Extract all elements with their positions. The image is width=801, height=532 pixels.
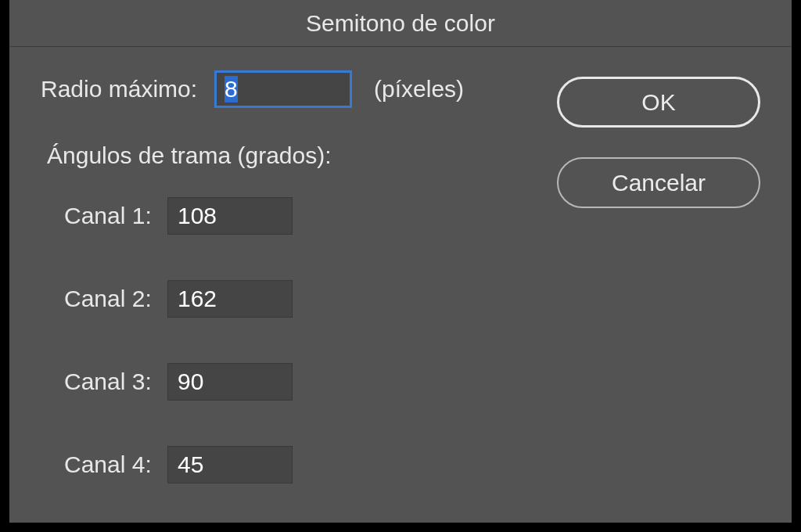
dialog-titlebar: Semitono de color bbox=[9, 0, 792, 47]
ok-button[interactable]: OK bbox=[557, 77, 760, 128]
channel-1-row: Canal 1: bbox=[41, 197, 518, 235]
cancel-button[interactable]: Cancelar bbox=[557, 157, 760, 208]
buttons-column: OK Cancelar bbox=[518, 70, 760, 529]
channel-4-input[interactable] bbox=[167, 446, 293, 483]
channel-2-label: Canal 2: bbox=[64, 286, 167, 312]
radius-row: Radio máximo: (píxeles) bbox=[41, 70, 518, 108]
channel-2-row: Canal 2: bbox=[41, 280, 518, 318]
radius-label: Radio máximo: bbox=[41, 76, 197, 102]
screen-angles-title: Ángulos de trama (grados): bbox=[41, 142, 518, 169]
settings-column: Radio máximo: (píxeles) Ángulos de trama… bbox=[41, 70, 518, 529]
channel-3-label: Canal 3: bbox=[64, 368, 167, 395]
channel-3-input[interactable] bbox=[167, 363, 293, 401]
channel-1-label: Canal 1: bbox=[64, 203, 167, 229]
channel-2-input[interactable] bbox=[167, 280, 293, 318]
channel-4-label: Canal 4: bbox=[64, 451, 167, 478]
channel-3-row: Canal 3: bbox=[41, 363, 518, 401]
dialog-title: Semitono de color bbox=[306, 10, 495, 37]
radius-input[interactable] bbox=[214, 70, 352, 108]
channel-4-row: Canal 4: bbox=[41, 446, 518, 483]
channel-1-input[interactable] bbox=[167, 197, 293, 235]
halftone-dialog: Semitono de color Radio máximo: (píxeles… bbox=[9, 0, 792, 523]
radius-unit-label: (píxeles) bbox=[374, 76, 464, 102]
dialog-content: Radio máximo: (píxeles) Ángulos de trama… bbox=[9, 47, 792, 532]
